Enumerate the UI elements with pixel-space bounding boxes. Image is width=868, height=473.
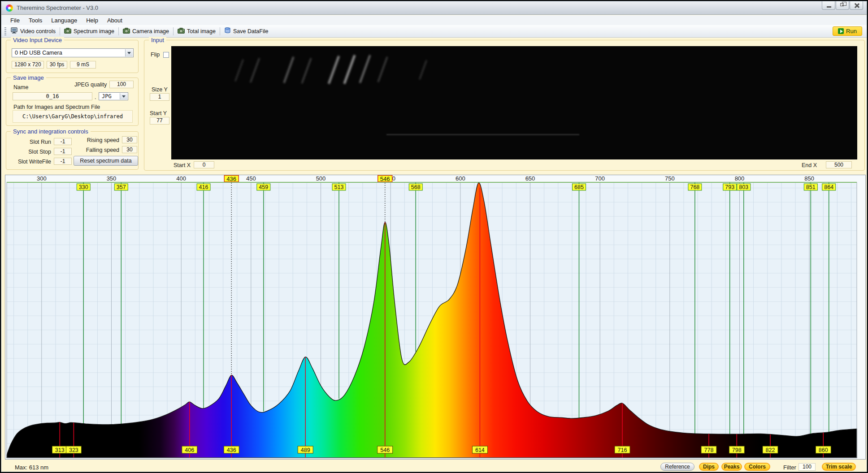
svg-text:700: 700	[595, 175, 605, 182]
svg-text:685: 685	[574, 184, 584, 190]
camera-streak	[301, 58, 312, 83]
svg-text:513: 513	[334, 184, 344, 190]
sync-groupbox: Sync and integration controls Slot Run -…	[6, 131, 139, 170]
dips-button[interactable]: Dips	[699, 463, 719, 471]
falling-speed-field[interactable]: 30	[122, 146, 137, 153]
close-button[interactable]	[850, 1, 863, 10]
reference-button[interactable]: Reference	[660, 463, 694, 471]
spectrum-chart[interactable]: 3003504004505005506006507007508008503303…	[5, 175, 866, 460]
calibration-badge: 436	[224, 176, 239, 182]
svg-text:350: 350	[107, 175, 117, 182]
exposure-field: 9 mS	[70, 61, 96, 69]
resolution-field: 1280 x 720	[12, 61, 44, 69]
svg-text:330: 330	[79, 184, 88, 190]
toolbar-button-save-datafile[interactable]: Save DataFile	[221, 26, 272, 36]
svg-text:489: 489	[301, 447, 310, 453]
slot-writefile-field[interactable]: -1	[54, 158, 72, 165]
camera-frame	[171, 46, 857, 159]
toolbar-separator	[220, 27, 220, 35]
svg-text:459: 459	[259, 184, 268, 190]
name-format-separator: .	[95, 94, 96, 100]
camera-streak	[250, 58, 260, 83]
slot-writefile-label: Slot WriteFile	[6, 159, 51, 165]
jpeg-quality-field[interactable]: 100	[109, 81, 134, 88]
toolbar-button-label: Video controls	[20, 28, 56, 34]
run-button-label: Run	[846, 28, 857, 34]
toolbar-separator	[60, 27, 60, 35]
svg-text:450: 450	[246, 175, 256, 182]
svg-text:500: 500	[316, 175, 326, 182]
filter-field[interactable]: 100	[799, 463, 816, 471]
toolbar-button-label: Save DataFile	[233, 28, 269, 34]
video-device-value: 0 HD USB Camera	[15, 50, 62, 56]
rising-speed-label: Rising speed	[74, 137, 119, 143]
end-x-field[interactable]: 500	[826, 161, 852, 168]
size-y-field[interactable]: 1	[150, 93, 169, 101]
format-select[interactable]: JPG	[99, 92, 128, 100]
menu-item-tools[interactable]: Tools	[24, 16, 47, 25]
chevron-down-icon[interactable]	[120, 93, 127, 99]
rising-speed-field[interactable]: 30	[122, 136, 137, 143]
run-button[interactable]: Run	[833, 26, 862, 36]
reset-spectrum-button[interactable]: Reset spectrum data	[74, 156, 138, 166]
peak-badge: 798	[729, 446, 744, 453]
menu-item-language[interactable]: Language	[47, 16, 82, 25]
toolbar-button-spectrum-image[interactable]: Spectrum image	[61, 26, 117, 36]
input-title: Input	[149, 37, 166, 43]
end-x-label: End X	[802, 162, 817, 168]
peak-badge: 860	[816, 446, 831, 453]
svg-text:803: 803	[739, 184, 748, 190]
toolbar-button-camera-image[interactable]: Camera image	[120, 26, 172, 36]
peak-badge: 546	[378, 446, 393, 453]
video-device-select[interactable]: 0 HD USB Camera	[12, 48, 134, 57]
peak-badge: 323	[66, 446, 81, 453]
menu-item-about[interactable]: About	[103, 16, 127, 25]
svg-text:800: 800	[735, 175, 745, 182]
slot-stop-field[interactable]: -1	[54, 148, 72, 155]
start-x-field[interactable]: 0	[194, 161, 214, 168]
svg-text:436: 436	[227, 447, 236, 453]
svg-text:323: 323	[69, 447, 78, 453]
reference-badge: 459	[257, 184, 270, 190]
svg-text:300: 300	[37, 175, 47, 182]
peaks-button[interactable]: Peaks	[721, 463, 742, 471]
menu-item-help[interactable]: Help	[82, 16, 103, 25]
svg-text:850: 850	[804, 175, 814, 182]
slot-stop-label: Slot Stop	[6, 149, 51, 155]
restore-button[interactable]	[836, 1, 849, 10]
chevron-down-icon[interactable]	[125, 49, 133, 56]
path-field[interactable]: C:\Users\GaryG\Desktop\infrared	[13, 110, 133, 123]
svg-text:778: 778	[704, 447, 714, 453]
svg-text:546: 546	[380, 447, 390, 453]
minimize-button[interactable]	[822, 1, 835, 10]
reference-badge: 768	[688, 184, 702, 190]
peak-badge: 778	[701, 446, 716, 453]
image-name-field[interactable]: 0_16	[13, 92, 92, 100]
toolbar-button-video-controls[interactable]: Video controls	[8, 26, 59, 36]
slot-run-field[interactable]: -1	[54, 138, 72, 145]
calibration-badge: 546	[378, 176, 392, 182]
falling-speed-label: Falling speed	[74, 147, 119, 153]
flip-checkbox[interactable]	[163, 52, 169, 58]
menu-item-file[interactable]: File	[6, 16, 24, 25]
peak-badge: 489	[298, 446, 313, 453]
reference-badge: 568	[409, 184, 422, 190]
svg-text:793: 793	[725, 184, 734, 190]
app-logo-icon	[6, 4, 13, 12]
sync-title: Sync and integration controls	[11, 128, 91, 135]
start-y-field[interactable]: 77	[150, 117, 169, 125]
restore-icon	[840, 3, 844, 6]
reference-badge: 513	[332, 184, 346, 190]
svg-text:600: 600	[456, 175, 465, 182]
peak-badge: 614	[472, 446, 487, 453]
framerate-field: 30 fps	[47, 61, 67, 69]
input-groupbox: Input Flip Size Y 1 Start Y 77 Start X 0…	[144, 40, 865, 171]
svg-text:822: 822	[766, 447, 775, 453]
trim-scale-button[interactable]: Trim scale	[822, 463, 856, 471]
peak-badge: 436	[224, 446, 239, 453]
play-icon	[838, 28, 844, 34]
colors-button[interactable]: Colors	[744, 463, 770, 471]
video-controls-icon	[11, 27, 18, 35]
reference-badge: 416	[197, 184, 210, 190]
toolbar-button-total-image[interactable]: Total image	[174, 26, 219, 36]
